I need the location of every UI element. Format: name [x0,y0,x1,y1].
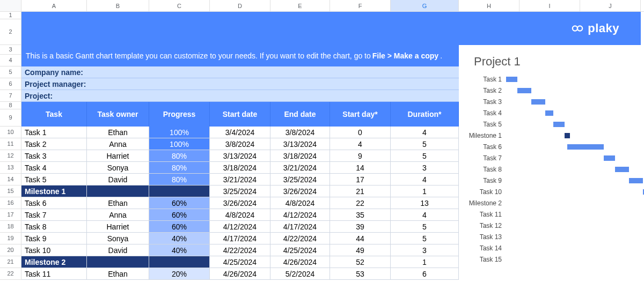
col-header-C[interactable]: C [149,0,210,11]
cell-start-date[interactable]: 4/8/2024 [210,209,270,220]
cell-start-date[interactable]: 4/22/2024 [210,244,270,256]
row-header-19[interactable]: 19 [0,233,21,244]
cell-start-date[interactable]: 4/17/2024 [210,233,270,244]
cell-progress[interactable]: 20% [149,268,210,279]
table-row[interactable]: Task 6Ethan60%3/26/20244/8/20242213 [21,197,459,209]
cell-end-date[interactable]: 4/12/2024 [270,209,330,220]
row-header-5[interactable]: 5 [0,66,21,78]
cell-end-date[interactable]: 5/2/2024 [270,268,330,279]
cell-start-day-[interactable]: 49 [330,244,391,256]
col-header-H[interactable]: H [459,0,519,11]
row-header-15[interactable]: 15 [0,185,21,197]
table-row[interactable]: Milestone 24/25/20244/26/2024521 [21,256,459,268]
cell-start-date[interactable]: 3/25/2024 [210,185,270,197]
table-row[interactable]: Milestone 13/25/20243/26/2024211 [21,185,459,197]
cell-task[interactable]: Task 3 [21,150,87,161]
cell-duration-[interactable]: 3 [391,162,459,173]
row-header-8[interactable]: 8 [0,102,21,109]
cell-progress[interactable]: 60% [149,197,210,209]
table-row[interactable]: Task 2Anna100%3/8/20243/13/202445 [21,138,459,150]
cell-start-day-[interactable]: 9 [330,150,391,161]
table-row[interactable]: Task 5David80%3/21/20243/25/2024174 [21,174,459,185]
cell-duration-[interactable]: 5 [391,221,459,232]
col-header-D[interactable]: D [210,0,270,11]
cell-start-day-[interactable]: 52 [330,256,391,268]
cell-task-owner[interactable]: Sonya [87,233,149,244]
row-header-11[interactable]: 11 [0,138,21,150]
cell-end-date[interactable]: 3/26/2024 [270,185,330,197]
cell-end-date[interactable]: 3/13/2024 [270,138,330,150]
col-header-G[interactable]: G [391,0,459,11]
project-label[interactable]: Project: [21,90,459,102]
cell-progress[interactable]: 40% [149,233,210,244]
cell-end-date[interactable]: 3/8/2024 [270,127,330,138]
cell-task-owner[interactable]: Ethan [87,197,149,209]
cell-start-date[interactable]: 3/4/2024 [210,127,270,138]
table-row[interactable]: Task 11Ethan20%4/26/20245/2/2024536 [21,268,459,280]
table-row[interactable]: Task 1Ethan100%3/4/20243/8/202404 [21,127,459,138]
row-header-21[interactable]: 21 [0,256,21,268]
cell-task[interactable]: Task 4 [21,162,87,173]
header-start-date[interactable]: Start date [210,102,270,127]
cell-duration-[interactable]: 13 [391,197,459,209]
cell-duration-[interactable]: 4 [391,209,459,220]
row-header-3[interactable]: 3 [0,45,21,55]
header-start-day-[interactable]: Start day* [330,102,391,127]
cell-task[interactable]: Task 9 [21,233,87,244]
header-progress[interactable]: Progress [149,102,210,127]
row-header-18[interactable]: 18 [0,221,21,233]
cell-progress[interactable]: 40% [149,244,210,256]
cell-progress[interactable]: 60% [149,209,210,220]
cell-task[interactable]: Task 6 [21,197,87,209]
cell-task-owner[interactable]: Anna [87,138,149,150]
cell-task-owner[interactable]: Anna [87,209,149,220]
row-header-2[interactable]: 2 [0,19,21,45]
row-header-14[interactable]: 14 [0,174,21,185]
cell-start-day-[interactable]: 44 [330,233,391,244]
cell-progress[interactable]: 80% [149,162,210,173]
header-end-date[interactable]: End date [270,102,330,127]
cell-task[interactable]: Task 8 [21,221,87,232]
cell-start-date[interactable]: 3/26/2024 [210,197,270,209]
table-row[interactable]: Task 7Anna60%4/8/20244/12/2024354 [21,209,459,221]
cell-end-date[interactable]: 4/26/2024 [270,256,330,268]
cell-progress[interactable]: 100% [149,138,210,150]
cell-start-date[interactable]: 4/25/2024 [210,256,270,268]
cell-start-date[interactable]: 3/13/2024 [210,150,270,161]
cell-end-date[interactable]: 4/17/2024 [270,221,330,232]
sheet-area[interactable]: plaky This is a basic Gantt chart templa… [21,12,644,282]
cell-duration-[interactable]: 6 [391,268,459,279]
cell-task[interactable]: Task 5 [21,174,87,185]
col-header-B[interactable]: B [87,0,149,11]
cell-task[interactable]: Task 7 [21,209,87,220]
project-manager-label[interactable]: Project manager: [21,78,459,90]
cell-duration-[interactable]: 5 [391,233,459,244]
cell-duration-[interactable]: 1 [391,185,459,197]
cell-duration-[interactable]: 4 [391,174,459,185]
cell-end-date[interactable]: 3/18/2024 [270,150,330,161]
col-header-F[interactable]: F [330,0,391,11]
company-name-label[interactable]: Company name: [21,66,459,78]
cell-end-date[interactable]: 3/25/2024 [270,174,330,185]
select-all-corner[interactable] [0,0,21,11]
row-header-13[interactable]: 13 [0,162,21,174]
cell-task-owner[interactable]: David [87,244,149,256]
cell-end-date[interactable]: 4/22/2024 [270,233,330,244]
row-header-20[interactable]: 20 [0,244,21,256]
cell-task[interactable]: Milestone 2 [21,256,87,268]
cell-duration-[interactable]: 5 [391,138,459,150]
cell-task-owner[interactable]: Harriet [87,150,149,161]
cell-task-owner[interactable] [87,256,149,268]
cell-duration-[interactable]: 5 [391,150,459,161]
cell-task-owner[interactable]: Sonya [87,162,149,173]
cell-end-date[interactable]: 4/8/2024 [270,197,330,209]
col-header-I[interactable]: I [519,0,580,11]
table-row[interactable]: Task 4Sonya80%3/18/20243/21/2024143 [21,162,459,174]
header-task-owner[interactable]: Task owner [87,102,149,127]
row-header-6[interactable]: 6 [0,78,21,90]
cell-task[interactable]: Task 2 [21,138,87,150]
header-duration-[interactable]: Duration* [391,102,459,127]
cell-task-owner[interactable] [87,185,149,197]
cell-start-date[interactable]: 3/8/2024 [210,138,270,150]
cell-start-day-[interactable]: 21 [330,185,391,197]
